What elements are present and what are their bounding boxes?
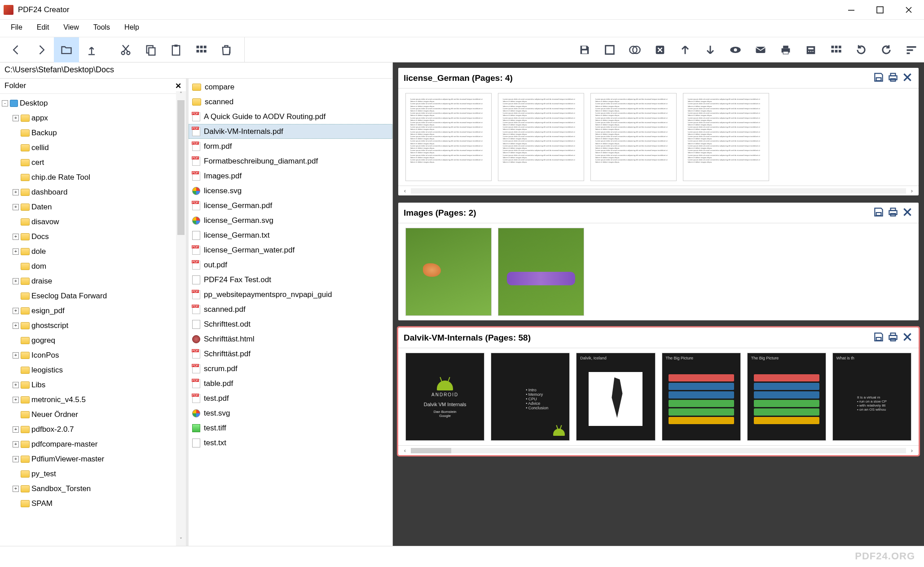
expander-icon[interactable]: + bbox=[13, 248, 19, 255]
tree-item[interactable]: dom bbox=[2, 259, 186, 274]
tree-item[interactable]: +Sandbox_Torsten bbox=[2, 481, 186, 496]
document-group[interactable]: Images (Pages: 2) bbox=[398, 203, 919, 320]
doc-close-icon[interactable] bbox=[902, 71, 913, 84]
file-item[interactable]: out.pdf bbox=[189, 257, 392, 272]
file-item[interactable]: Images.pdf bbox=[189, 168, 392, 183]
tree-item[interactable]: Backup bbox=[2, 125, 186, 140]
menu-tools[interactable]: Tools bbox=[93, 23, 110, 31]
tree-item[interactable]: disavow bbox=[2, 214, 186, 229]
tree-item[interactable]: cellid bbox=[2, 140, 186, 155]
page-thumbnail[interactable] bbox=[498, 228, 584, 316]
doc-save-icon[interactable] bbox=[873, 331, 884, 344]
tree-item[interactable]: chip.de Rate Tool bbox=[2, 170, 186, 185]
folder-tree[interactable]: -Desktop+appxBackupcellidcertchip.de Rat… bbox=[0, 94, 186, 513]
expander-icon[interactable]: + bbox=[13, 456, 19, 462]
merge-button[interactable] bbox=[622, 37, 647, 62]
file-item[interactable]: pp_websitepaymentspro_nvpapi_guid bbox=[189, 287, 392, 302]
page-thumbnail[interactable]: What is thIt is a virtual m• run on a sl… bbox=[832, 353, 911, 441]
page-thumbnail[interactable]: Lorem ipsum dolor sit amet consectetur a… bbox=[590, 93, 677, 181]
close-button[interactable] bbox=[894, 0, 923, 20]
file-item[interactable]: test.tiff bbox=[189, 421, 392, 435]
tree-item[interactable]: +metronic_v4.5.5 bbox=[2, 392, 186, 407]
copy-button[interactable] bbox=[138, 37, 163, 62]
menu-file[interactable]: File bbox=[11, 23, 22, 31]
menu-help[interactable]: Help bbox=[124, 23, 139, 31]
file-item[interactable]: test.pdf bbox=[189, 391, 392, 406]
email-button[interactable] bbox=[748, 37, 773, 62]
tree-item[interactable]: +IconPos bbox=[2, 348, 186, 363]
file-item[interactable]: test.svg bbox=[189, 406, 392, 421]
path-bar[interactable]: C:\Users\Stefan\Desktop\Docs bbox=[0, 62, 392, 79]
doc-print-icon[interactable] bbox=[887, 71, 899, 84]
forward-button[interactable] bbox=[29, 37, 54, 62]
expander-icon[interactable]: + bbox=[13, 397, 19, 403]
file-item[interactable]: Schrifttäst.html bbox=[189, 332, 392, 346]
grid-view-right-button[interactable] bbox=[823, 37, 849, 62]
sort-button[interactable] bbox=[899, 37, 924, 62]
tree-item[interactable]: +Docs bbox=[2, 229, 186, 244]
move-down-button[interactable] bbox=[698, 37, 723, 62]
tree-item[interactable]: -Desktop bbox=[2, 96, 186, 111]
document-group[interactable]: license_German (Pages: 4) Lorem ipsum do… bbox=[398, 68, 919, 195]
close-folder-pane-icon[interactable]: ✕ bbox=[175, 81, 181, 91]
move-up-button[interactable] bbox=[673, 37, 698, 62]
save-button[interactable] bbox=[572, 37, 597, 62]
tree-item[interactable]: Eseclog Data Forward bbox=[2, 288, 186, 303]
expander-icon[interactable]: + bbox=[13, 426, 19, 433]
file-item[interactable]: test.txt bbox=[189, 435, 392, 450]
file-item[interactable]: license_German.txt bbox=[189, 228, 392, 243]
expander-icon[interactable]: + bbox=[13, 115, 19, 121]
expander-icon[interactable]: + bbox=[13, 486, 19, 492]
page-thumbnail[interactable] bbox=[405, 228, 492, 316]
file-item[interactable]: Schrifttäst.pdf bbox=[189, 346, 392, 361]
doc-close-icon[interactable] bbox=[902, 206, 913, 219]
file-item[interactable]: scanned.pdf bbox=[189, 302, 392, 317]
back-button[interactable] bbox=[4, 37, 29, 62]
file-item[interactable]: A Quick Guide to AODV Routing.pdf bbox=[189, 109, 392, 124]
file-item[interactable]: compare bbox=[189, 80, 392, 94]
minimize-button[interactable] bbox=[837, 0, 866, 20]
file-item[interactable]: Formatbeschreibung_diamant.pdf bbox=[189, 154, 392, 168]
new-document-button[interactable] bbox=[597, 37, 622, 62]
tree-item[interactable]: py_test bbox=[2, 466, 186, 481]
tree-item[interactable]: +dashboard bbox=[2, 185, 186, 199]
folder-vertical-scrollbar[interactable]: ˄˅ bbox=[176, 91, 186, 546]
page-thumbnail[interactable]: The Big Picture bbox=[662, 353, 741, 441]
document-group[interactable]: Dalvik-VM-Internals (Pages: 58) ANDROIDD… bbox=[398, 328, 919, 455]
rotate-left-button[interactable] bbox=[849, 37, 874, 62]
paste-button[interactable] bbox=[163, 37, 189, 62]
doc-save-icon[interactable] bbox=[873, 206, 884, 219]
tree-item[interactable]: +PdfiumViewer-master bbox=[2, 452, 186, 466]
up-one-level-button[interactable] bbox=[79, 37, 104, 62]
tree-item[interactable]: gogreq bbox=[2, 333, 186, 348]
expander-icon[interactable]: + bbox=[13, 234, 19, 240]
grid-view-button[interactable] bbox=[189, 37, 214, 62]
horizontal-scrollbar[interactable]: ‹› bbox=[398, 186, 919, 195]
expander-icon[interactable]: - bbox=[2, 100, 8, 106]
file-item[interactable]: license_German_water.pdf bbox=[189, 243, 392, 257]
tree-item[interactable]: +appx bbox=[2, 111, 186, 125]
doc-save-icon[interactable] bbox=[873, 71, 884, 84]
file-list[interactable]: comparescannedA Quick Guide to AODV Rout… bbox=[189, 79, 392, 451]
doc-print-icon[interactable] bbox=[887, 206, 899, 219]
expander-icon[interactable]: + bbox=[13, 352, 19, 359]
fax-button[interactable] bbox=[798, 37, 823, 62]
tree-item[interactable]: +dole bbox=[2, 244, 186, 259]
page-thumbnail[interactable]: Lorem ipsum dolor sit amet consectetur a… bbox=[498, 93, 584, 181]
tree-item[interactable]: SPAM bbox=[2, 496, 186, 511]
maximize-button[interactable] bbox=[866, 0, 894, 20]
file-item[interactable]: scrum.pdf bbox=[189, 361, 392, 376]
file-item[interactable]: license_German.svg bbox=[189, 213, 392, 228]
tree-item[interactable]: cert bbox=[2, 155, 186, 170]
cut-button[interactable] bbox=[113, 37, 138, 62]
file-item[interactable]: table.pdf bbox=[189, 376, 392, 391]
menu-edit[interactable]: Edit bbox=[37, 23, 49, 31]
delete-button[interactable] bbox=[214, 37, 239, 62]
page-thumbnail[interactable]: The Big Picture bbox=[747, 353, 826, 441]
tree-item[interactable]: Neuer Ördner bbox=[2, 407, 186, 422]
file-item[interactable]: Dalvik-VM-Internals.pdf bbox=[189, 124, 392, 139]
page-thumbnail[interactable]: • Intro• Memory• CPU• Advice• Conclusion bbox=[491, 353, 570, 441]
expander-icon[interactable]: + bbox=[13, 189, 19, 195]
tree-item[interactable]: +draise bbox=[2, 274, 186, 288]
expander-icon[interactable]: + bbox=[13, 278, 19, 284]
